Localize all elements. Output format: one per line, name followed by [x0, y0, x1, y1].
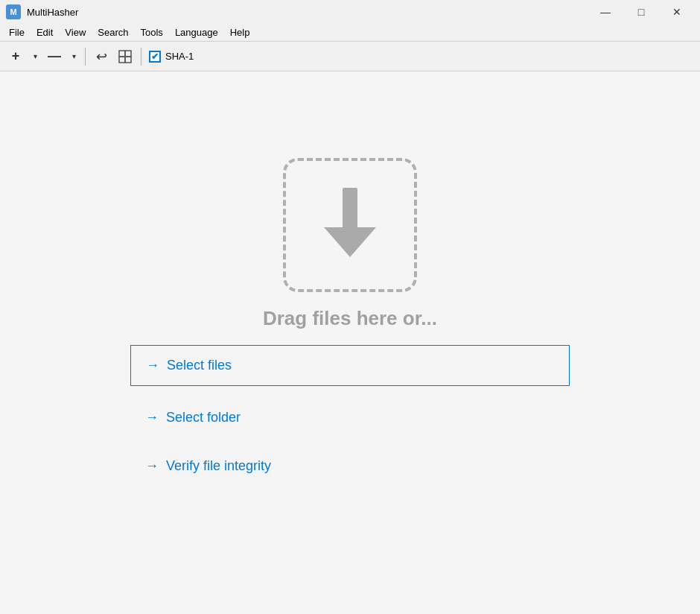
menu-view[interactable]: View [59, 24, 92, 41]
menu-tools[interactable]: Tools [135, 24, 169, 41]
select-all-icon [118, 49, 133, 64]
add-dropdown-button[interactable]: ▾ [28, 46, 42, 67]
sha1-label: SHA-1 [165, 51, 194, 62]
select-files-arrow-icon: → [146, 358, 159, 373]
download-arrow-icon [316, 184, 384, 266]
menu-bar: File Edit View Search Tools Language Hel… [0, 24, 700, 42]
menu-language[interactable]: Language [169, 24, 224, 41]
select-files-link[interactable]: → Select files [130, 345, 570, 386]
undo-button[interactable]: ↩ [90, 46, 112, 67]
menu-help[interactable]: Help [224, 24, 256, 41]
remove-dropdown-button[interactable]: ▾ [67, 46, 80, 67]
title-bar-controls: — □ ✕ [588, 0, 694, 24]
main-content: Drag files here or... → Select files → S… [0, 72, 700, 614]
app-title: MultiHasher [27, 7, 78, 18]
select-folder-arrow-icon: → [145, 410, 159, 425]
svg-rect-4 [343, 188, 357, 229]
verify-integrity-label: Verify file integrity [166, 458, 271, 474]
toolbar: + ▾ — ▾ ↩ ✔ SHA-1 [0, 42, 700, 72]
actions-container: → Select files → Select folder → Verify … [130, 345, 570, 483]
menu-edit[interactable]: Edit [31, 24, 59, 41]
sha1-checkbox-area: ✔ SHA-1 [149, 51, 194, 63]
verify-integrity-arrow-icon: → [145, 458, 159, 474]
menu-search[interactable]: Search [92, 24, 134, 41]
menu-file[interactable]: File [3, 24, 31, 41]
add-button[interactable]: + [4, 46, 27, 67]
select-folder-link[interactable]: → Select folder [130, 401, 255, 434]
svg-rect-1 [125, 51, 131, 57]
svg-marker-5 [324, 227, 376, 257]
remove-button[interactable]: — [43, 46, 66, 67]
minimize-button[interactable]: — [588, 0, 623, 24]
toolbar-separator-2 [141, 48, 141, 66]
select-folder-label: Select folder [166, 410, 241, 425]
select-files-label: Select files [167, 358, 232, 373]
drop-zone[interactable] [283, 158, 417, 292]
verify-integrity-link[interactable]: → Verify file integrity [130, 449, 286, 483]
svg-rect-3 [125, 57, 131, 63]
app-icon: M [6, 4, 21, 19]
svg-rect-2 [119, 57, 125, 63]
title-bar-left: M MultiHasher [6, 4, 78, 19]
maximize-button[interactable]: □ [624, 0, 658, 24]
drag-files-text: Drag files here or... [263, 307, 437, 330]
sha1-checkbox[interactable]: ✔ [149, 51, 161, 63]
toolbar-separator-1 [85, 48, 86, 66]
select-all-button[interactable] [114, 46, 136, 67]
close-button[interactable]: ✕ [660, 0, 694, 24]
title-bar: M MultiHasher — □ ✕ [0, 0, 700, 24]
drop-arrow-icon [316, 184, 384, 266]
svg-rect-0 [119, 51, 125, 57]
sha1-checkmark: ✔ [151, 51, 159, 62]
